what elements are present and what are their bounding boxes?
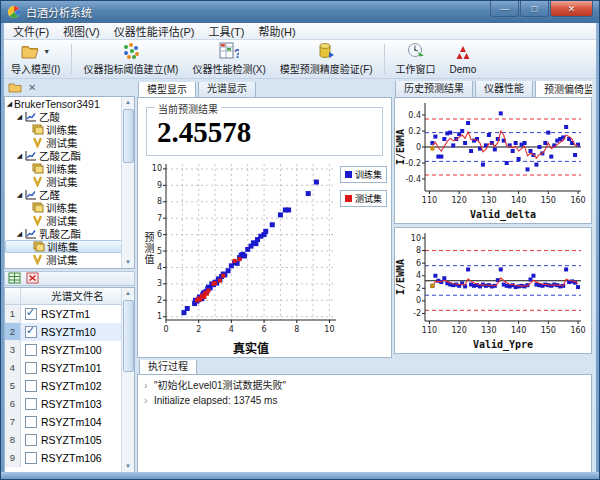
svg-text:-0.4: -0.4 <box>405 175 421 184</box>
scroll-up-icon[interactable]: ▲ <box>122 97 134 108</box>
file-row[interactable]: 5RSYZTm102 <box>5 377 134 395</box>
file-row[interactable]: 4RSYZTm101 <box>5 359 134 377</box>
svg-text:6: 6 <box>416 259 421 268</box>
svg-text:0.4: 0.4 <box>408 111 421 120</box>
open-folder-button[interactable]: ▼导入模型(I) <box>4 41 67 77</box>
tab-right-2[interactable]: 预测偏倚监测 <box>535 81 592 97</box>
svg-text:0: 0 <box>416 143 421 152</box>
file-checkbox[interactable] <box>25 452 37 464</box>
expander-icon[interactable]: ◢ <box>15 230 24 238</box>
window-frame <box>1 23 4 479</box>
scroll-down-icon[interactable]: ▼ <box>122 257 134 268</box>
expander-icon[interactable]: ◢ <box>15 113 24 121</box>
tab-right-1[interactable]: 仪器性能 <box>475 81 533 97</box>
file-row[interactable]: 7RSYZTm104 <box>5 413 134 431</box>
train-set-icon <box>31 163 44 174</box>
app-window: 白酒分析系统 — □ ✕ 文件(F)视图(V)仪器性能评估(P)工具(T)帮助(… <box>0 0 600 480</box>
legend-train: 训练集 <box>340 166 387 183</box>
file-checkbox[interactable] <box>25 308 37 320</box>
delete-icon[interactable]: ✕ <box>28 82 36 93</box>
test-color-swatch <box>345 195 352 202</box>
file-cell: RSYZTm104 <box>21 413 134 431</box>
maximize-button[interactable]: □ <box>520 1 549 17</box>
open-folder-icon: ▼ <box>21 42 50 60</box>
dropdown-arrow-icon[interactable]: ▼ <box>43 48 50 55</box>
scroll-up-icon[interactable]: ▲ <box>122 288 134 299</box>
log-prompt-icon: › <box>144 393 154 408</box>
file-checkbox[interactable] <box>25 326 37 338</box>
scroll-thumb[interactable] <box>123 109 134 163</box>
log-text: "初始化Level01测试数据失败" <box>154 378 286 393</box>
check-sheet-button[interactable]: ?仪器性能检测(X) <box>185 41 272 77</box>
spectrum-table-icon[interactable] <box>8 270 21 288</box>
remove-file-icon[interactable] <box>26 270 39 288</box>
svg-text:-2: -2 <box>413 309 421 318</box>
svg-text:真实值: 真实值 <box>233 341 269 356</box>
file-checkbox[interactable] <box>25 416 37 428</box>
tab-center-0[interactable]: 模型显示 <box>138 82 196 97</box>
menu-item-3[interactable]: 工具(T) <box>201 22 251 40</box>
toolbar-separator <box>71 44 72 74</box>
scatter-dots-button[interactable]: 仪器指标阈值建立(M) <box>76 41 185 77</box>
demo-icon <box>453 43 473 63</box>
file-name: RSYZTm101 <box>41 362 102 374</box>
minimize-button[interactable]: — <box>490 1 519 17</box>
menu-item-2[interactable]: 仪器性能评估(P) <box>107 22 202 40</box>
main-toolbar: ▼导入模型(I)仪器指标阈值建立(M)?仪器性能检测(X)模型预测精度验证(F)… <box>2 40 600 79</box>
svg-text:150: 150 <box>541 196 556 205</box>
demo-button[interactable]: Demo <box>443 41 484 77</box>
tree-root[interactable]: ◢BrukerTensor3491 <box>5 97 134 110</box>
svg-text:?: ? <box>234 47 239 60</box>
file-name: RSYZTm1 <box>41 308 90 320</box>
row-number: 3 <box>5 341 21 359</box>
file-checkbox[interactable] <box>25 380 37 392</box>
file-row[interactable]: 1RSYZTm1 <box>5 305 134 323</box>
menu-item-4[interactable]: 帮助(H) <box>251 22 302 40</box>
toolbar-button-label: Demo <box>450 64 477 75</box>
toolbar-button-label: 仪器性能检测(X) <box>192 61 265 76</box>
tree-item[interactable]: 测试集 <box>5 253 134 266</box>
svg-text:140: 140 <box>511 196 526 205</box>
expander-icon[interactable]: ◢ <box>15 152 24 160</box>
row-number: 4 <box>5 359 21 377</box>
tab-exec-process[interactable]: 执行过程 <box>139 360 197 374</box>
close-button[interactable]: ✕ <box>550 1 593 17</box>
menu-item-1[interactable]: 视图(V) <box>56 22 107 40</box>
file-name: RSYZTm104 <box>41 416 102 428</box>
tab-right-0[interactable]: 历史预测结果 <box>395 81 473 97</box>
file-checkbox[interactable] <box>25 434 37 446</box>
work-window-button[interactable]: 工作窗口 <box>389 41 443 77</box>
svg-text:6: 6 <box>262 325 267 334</box>
expander-icon[interactable]: ◢ <box>5 100 14 108</box>
file-checkbox[interactable] <box>25 362 37 374</box>
scatter-ylabel: 预测值 <box>141 232 156 265</box>
file-row[interactable]: 3RSYZTm100 <box>5 341 134 359</box>
app-logo-icon <box>7 5 21 19</box>
file-row[interactable]: 2RSYZTm10 <box>5 323 134 341</box>
ypre-control-chart-panel: 110120130140150160-20246810Valid_YpreI/E… <box>394 227 592 354</box>
menu-item-0[interactable]: 文件(F) <box>6 22 56 40</box>
svg-text:8: 8 <box>294 325 299 334</box>
model-icon <box>24 228 37 239</box>
file-checkbox[interactable] <box>25 398 37 410</box>
file-row[interactable]: 8RSYZTm105 <box>5 431 134 449</box>
train-set-icon <box>32 241 45 252</box>
file-row[interactable]: 9RSYZTm106 <box>5 449 134 467</box>
scroll-thumb[interactable] <box>123 300 134 372</box>
file-checkbox[interactable] <box>25 344 37 356</box>
file-table-scrollbar[interactable]: ▲▼ <box>121 288 134 472</box>
file-cell: RSYZTm10 <box>21 323 134 341</box>
tab-center-1[interactable]: 光谱显示 <box>198 82 256 97</box>
open-folder-icon[interactable] <box>8 79 22 97</box>
log-line: ›Initialize elapsed: 13745 ms <box>144 393 585 408</box>
svg-text:0: 0 <box>416 296 421 305</box>
database-verify-button[interactable]: 模型预测精度验证(F) <box>273 41 380 77</box>
exec-tabbar: 执行过程 <box>139 360 339 374</box>
tree-scrollbar[interactable]: ▲▼ <box>121 97 134 268</box>
work-window-icon <box>406 42 426 60</box>
expander-icon[interactable]: ◢ <box>15 191 24 199</box>
file-row[interactable]: 6RSYZTm103 <box>5 395 134 413</box>
svg-text:0: 0 <box>163 325 168 334</box>
scroll-down-icon[interactable]: ▼ <box>122 461 134 472</box>
tree-item[interactable]: 测试集 <box>5 175 134 188</box>
